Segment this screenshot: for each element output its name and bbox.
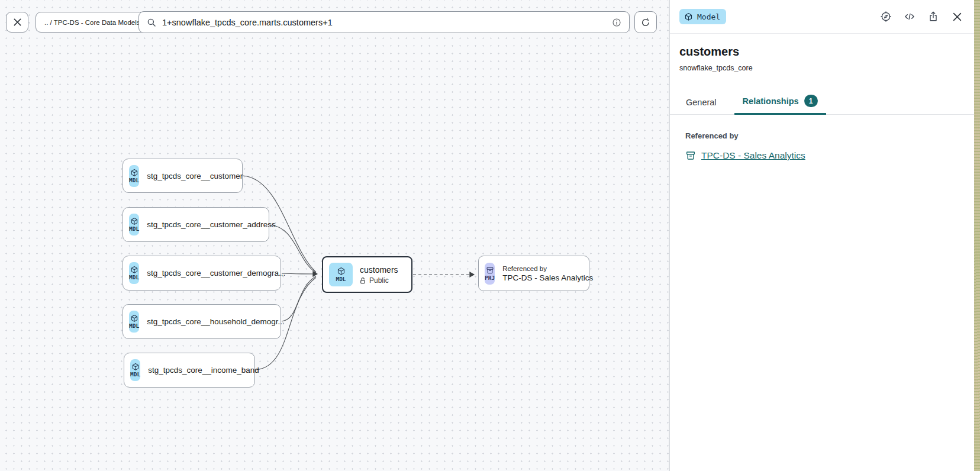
breadcrumb[interactable]: .. / TPC-DS - Core Data Models: [36, 12, 149, 33]
model-type-badge: MDL: [129, 165, 139, 187]
node-label: stg_tpcds_core__income_band: [148, 366, 259, 375]
lineage-node-stg-customer[interactable]: MDL stg_tpcds_core__customer: [122, 159, 243, 193]
close-lineage-button[interactable]: [6, 12, 28, 33]
info-icon[interactable]: [611, 17, 622, 28]
close-icon: [13, 18, 22, 27]
referenced-by-item: TPC-DS - Sales Analytics: [685, 150, 965, 161]
tab-label: Relationships: [743, 96, 799, 106]
relationships-count-badge: 1: [804, 95, 818, 107]
lineage-edges: [0, 0, 669, 471]
breadcrumb-label: .. / TPC-DS - Core Data Models: [44, 19, 140, 26]
cube-icon: [130, 266, 138, 274]
tab-relationships[interactable]: Relationships 1: [734, 89, 826, 115]
lineage-node-stg-customer-demographics[interactable]: MDL stg_tpcds_core__customer_demogra...: [122, 256, 281, 291]
node-visibility: Public: [369, 276, 389, 285]
tab-label: General: [686, 98, 717, 107]
lineage-node-sales-analytics-project[interactable]: PRJ Referenced by TPC-DS - Sales Analyti…: [478, 256, 589, 291]
share-button[interactable]: [924, 8, 942, 25]
refresh-icon: [640, 17, 651, 28]
lineage-node-stg-income-band[interactable]: MDL stg_tpcds_core__income_band: [124, 353, 255, 388]
tab-general[interactable]: General: [678, 92, 725, 115]
referenced-by-heading: Referenced by: [685, 131, 965, 140]
project-type-badge: PRJ: [485, 263, 495, 285]
type-badge-label: MDL: [129, 225, 139, 232]
cube-icon: [130, 217, 138, 225]
resource-type-label: Model: [697, 12, 720, 21]
type-badge-label: MDL: [129, 322, 139, 329]
cube-icon: [131, 363, 140, 371]
model-type-badge: MDL: [129, 214, 139, 236]
type-badge-label: PRJ: [485, 275, 495, 281]
cube-icon: [130, 169, 138, 177]
code-icon: [904, 11, 915, 22]
details-panel: Model customers snowflake_tpcds_core Gen…: [669, 0, 974, 471]
node-label: stg_tpcds_core__customer: [147, 172, 243, 180]
cube-icon: [684, 12, 693, 21]
referenced-by-project-link[interactable]: TPC-DS - Sales Analytics: [701, 150, 805, 161]
compass-icon: [880, 11, 892, 22]
node-label: stg_tpcds_core__household_demogr...: [147, 317, 285, 326]
close-panel-button[interactable]: [948, 8, 966, 25]
model-type-badge: MDL: [129, 311, 139, 333]
model-package-name: snowflake_tpcds_core: [679, 64, 965, 72]
archive-icon: [486, 266, 494, 275]
type-badge-label: MDL: [129, 274, 139, 280]
desktop-wallpaper-strip: [974, 0, 980, 471]
lineage-node-stg-customer-address[interactable]: MDL stg_tpcds_core__customer_address: [122, 207, 269, 242]
model-type-badge: MDL: [329, 263, 353, 286]
close-icon: [952, 12, 962, 22]
cube-icon: [130, 314, 138, 322]
node-label: stg_tpcds_core__customer_address: [147, 220, 276, 229]
model-type-badge: MDL: [129, 262, 139, 284]
node-label: TPC-DS - Sales Analytics: [502, 273, 593, 282]
lineage-node-customers-selected[interactable]: MDL customers Public: [322, 256, 412, 293]
archive-icon: [685, 150, 696, 161]
view-code-button[interactable]: [901, 8, 918, 25]
open-lock-icon: [360, 277, 366, 284]
focus-lineage-button[interactable]: [877, 8, 895, 25]
node-label: stg_tpcds_core__customer_demogra...: [147, 269, 285, 278]
lineage-node-stg-household-demographics[interactable]: MDL stg_tpcds_core__household_demogr...: [122, 304, 281, 339]
model-title: customers: [679, 45, 965, 59]
search-icon: [146, 17, 157, 28]
panel-tabs: General Relationships 1: [670, 89, 974, 115]
lineage-canvas[interactable]: MDL stg_tpcds_core__customer MDL stg_tpc…: [0, 0, 669, 471]
type-badge-label: MDL: [130, 371, 140, 378]
node-kicker: Referenced by: [502, 265, 593, 272]
details-panel-header: Model: [670, 0, 974, 34]
resource-type-badge: Model: [679, 9, 726, 24]
refresh-lineage-button[interactable]: [634, 11, 657, 33]
type-badge-label: MDL: [129, 177, 139, 183]
node-label: customers: [360, 265, 398, 275]
lineage-selector-input[interactable]: [162, 18, 606, 27]
lineage-search-bar[interactable]: [138, 11, 630, 33]
cube-icon: [337, 267, 346, 276]
type-badge-label: MDL: [336, 276, 346, 282]
model-type-badge: MDL: [130, 359, 140, 381]
share-icon: [927, 11, 939, 22]
